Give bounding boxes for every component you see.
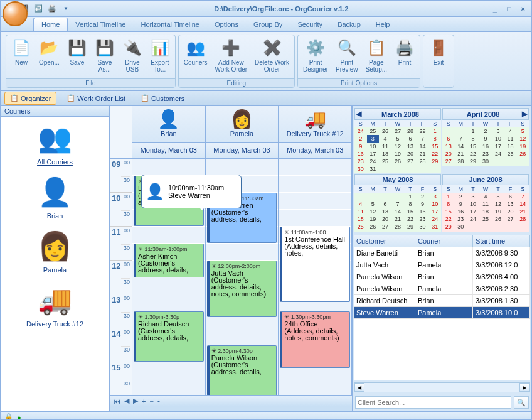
calendar-day[interactable]: 31 <box>367 165 380 173</box>
calendar-day[interactable]: 27 <box>391 127 405 135</box>
calendar-day[interactable]: 9 <box>354 143 367 150</box>
menu-tab-help[interactable]: Help <box>368 18 398 31</box>
ribbon-saveas-button[interactable]: 💾SaveAs... <box>91 36 119 77</box>
calendar-day[interactable] <box>367 230 380 232</box>
app-orb[interactable] <box>3 1 28 26</box>
subtab-customers[interactable]: 📋Customers <box>136 92 189 104</box>
calendar-day[interactable]: 10 <box>367 143 380 150</box>
calendar-day[interactable] <box>379 230 391 232</box>
grid-header-start-time[interactable]: Start time <box>473 235 530 247</box>
menu-tab-options[interactable]: Options <box>207 18 246 31</box>
calendar-day[interactable] <box>428 230 441 232</box>
ribbon-printpreview-button[interactable]: 🔍PrintPreview <box>332 36 362 77</box>
ribbon-driveusb-button[interactable]: 🔌DriveUSB <box>119 36 146 77</box>
calendar-day[interactable]: 16 <box>455 208 467 215</box>
calendar-day[interactable]: 20 <box>442 150 455 158</box>
calendar-day[interactable] <box>479 230 492 232</box>
calendar-day[interactable]: 31 <box>428 223 441 230</box>
nav-next-icon[interactable]: ▶ <box>133 397 138 405</box>
calendar-day[interactable]: 30 <box>354 165 367 173</box>
calendar-day[interactable]: 28 <box>455 158 467 165</box>
appointment[interactable]: ☀ 2:30pm-4:30pPamela Wilson (Customer's … <box>207 345 277 395</box>
calendar-day[interactable]: 30 <box>479 158 492 165</box>
calendar-day[interactable]: 4 <box>379 135 391 143</box>
ribbon-addwo-button[interactable]: ➕Add NewWork Order <box>211 36 252 77</box>
calendar-day[interactable] <box>467 165 479 166</box>
calendar-day[interactable] <box>455 230 467 232</box>
calendar-day[interactable]: 15 <box>467 143 479 150</box>
calendar-day[interactable]: 10 <box>467 200 479 208</box>
calendar-day[interactable]: 13 <box>379 208 391 215</box>
calendar-day[interactable]: 14 <box>417 143 429 150</box>
calendar-day[interactable] <box>479 223 492 230</box>
calendar-apr[interactable]: April 2008▶SMTWTFS1234567891011121314151… <box>442 108 529 173</box>
calendar-day[interactable] <box>467 223 479 230</box>
calendar-day[interactable] <box>417 165 429 173</box>
appointment[interactable]: ☀ 1:30pm-3:30pRichard Deutsch (Customer'… <box>134 311 204 362</box>
calendar-day[interactable] <box>504 230 517 232</box>
ribbon-new-button[interactable]: 📄New <box>8 36 35 77</box>
calendar-day[interactable]: 25 <box>354 223 367 230</box>
ribbon-exit-button[interactable]: 🚪Exit <box>425 36 452 86</box>
cal-prev-icon[interactable]: ◀ <box>356 110 361 118</box>
calendar-day[interactable]: 23 <box>455 215 467 223</box>
calendar-day[interactable]: 24 <box>354 127 367 135</box>
menu-tab-backup[interactable]: Backup <box>330 18 368 31</box>
calendar-day[interactable]: 17 <box>467 208 479 215</box>
calendar-day[interactable]: 27 <box>379 223 391 230</box>
calendar-day[interactable]: 23 <box>354 158 367 165</box>
search-input[interactable] <box>355 396 511 409</box>
calendar-day[interactable]: 11 <box>379 143 391 150</box>
calendar-day[interactable]: 1 <box>442 193 455 200</box>
calendar-day[interactable] <box>467 230 479 232</box>
qat-undo-icon[interactable]: ↩️ <box>32 3 45 15</box>
schedule-column-delivery-truck-12[interactable]: 🚚Delivery Truck #12Monday, March 03☀ 11:… <box>279 106 352 395</box>
appointment[interactable]: ☀ 1:30pm-3:30pm24th Office (Address, det… <box>280 311 350 368</box>
courier-brian[interactable]: 👤Brian <box>3 173 107 220</box>
calendar-day[interactable]: 1 <box>404 193 417 200</box>
calendar-day[interactable]: 11 <box>479 200 492 208</box>
calendar-day[interactable]: 2 <box>479 127 492 135</box>
grid-row[interactable]: Pamela WilsonPamela3/3/2008 2:30 <box>354 283 530 295</box>
menu-tab-group-by[interactable]: Group By <box>246 18 290 31</box>
calendar-day[interactable] <box>442 165 455 166</box>
calendar-day[interactable]: 28 <box>516 215 529 223</box>
calendar-day[interactable] <box>504 165 517 166</box>
calendar-day[interactable]: 23 <box>479 150 492 158</box>
calendar-day[interactable]: 12 <box>391 143 405 150</box>
courier-truck[interactable]: 🚚Delivery Truck #12 <box>3 281 107 328</box>
calendar-day[interactable]: 22 <box>467 150 479 158</box>
calendar-day[interactable]: 24 <box>428 215 441 223</box>
menu-tab-vertical-timeline[interactable]: Vertical Timeline <box>68 18 133 31</box>
calendar-day[interactable]: 13 <box>442 143 455 150</box>
calendar-day[interactable]: 22 <box>428 150 441 158</box>
calendar-day[interactable]: 8 <box>404 200 417 208</box>
grid-scrollbar[interactable]: ◀ ▶ <box>354 382 530 392</box>
subtab-organizer[interactable]: 📋Organizer <box>4 92 56 105</box>
calendar-day[interactable] <box>516 230 529 232</box>
calendar-day[interactable]: 17 <box>428 208 441 215</box>
calendar-day[interactable] <box>354 230 367 232</box>
calendar-day[interactable]: 24 <box>492 150 504 158</box>
calendar-day[interactable]: 4 <box>354 200 367 208</box>
grid-row[interactable]: Steve WarrenPamela3/3/2008 10:0 <box>354 307 530 319</box>
calendar-day[interactable]: 25 <box>367 127 380 135</box>
nav-remove-icon[interactable]: − <box>149 397 153 405</box>
calendar-day[interactable]: 21 <box>516 208 529 215</box>
cal-next-icon[interactable]: ▶ <box>522 110 527 118</box>
calendar-day[interactable]: 13 <box>504 200 517 208</box>
calendar-day[interactable]: 21 <box>391 215 405 223</box>
calendar-day[interactable] <box>391 193 405 200</box>
calendar-day[interactable]: 27 <box>504 215 517 223</box>
calendar-day[interactable]: 17 <box>492 143 504 150</box>
menu-tab-horizontal-timeline[interactable]: Horizontal Timeline <box>133 18 207 31</box>
calendar-day[interactable]: 20 <box>404 150 417 158</box>
calendar-day[interactable] <box>492 230 504 232</box>
appointment[interactable]: ☀ 11:00am-1:001st Conference Hall (Addre… <box>280 227 350 302</box>
calendar-day[interactable]: 28 <box>404 127 417 135</box>
calendar-day[interactable]: 5 <box>516 127 529 135</box>
calendar-day[interactable]: 25 <box>379 158 391 165</box>
calendar-day[interactable]: 26 <box>492 215 504 223</box>
calendar-day[interactable]: 26 <box>367 223 380 230</box>
calendar-day[interactable]: 29 <box>428 158 441 165</box>
